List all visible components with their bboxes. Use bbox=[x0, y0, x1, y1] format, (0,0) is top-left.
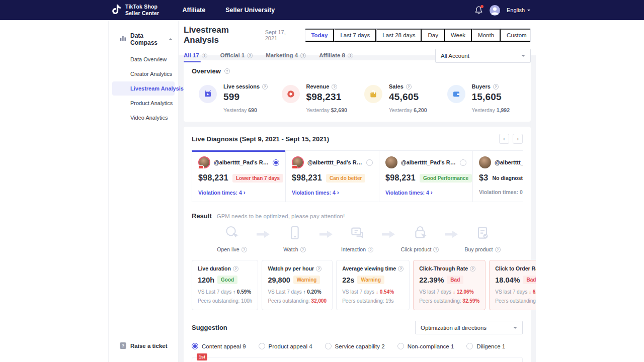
kpi-buyers: Buyers 15,605 Yesterday 1,992 bbox=[440, 83, 523, 113]
page-title: Livestream Analysis bbox=[184, 25, 265, 45]
watch-icon bbox=[287, 225, 303, 243]
sales-icon bbox=[364, 85, 382, 103]
chevron-down-icon bbox=[521, 55, 525, 59]
suggestion-card: 1st Host image Persona/dress: Creating a… bbox=[192, 357, 523, 362]
help-icon bbox=[348, 53, 353, 58]
option-service-capability[interactable]: Service capability 2 bbox=[325, 343, 385, 349]
date-range-group: Today Last 7 days Last 28 days Day Week … bbox=[305, 28, 531, 42]
sidebar-item-video-analytics[interactable]: Video Analytics bbox=[112, 111, 175, 125]
bar-chart-icon bbox=[120, 35, 126, 43]
option-diligence[interactable]: Diligence 1 bbox=[466, 343, 505, 349]
metric-average-viewing-time: Average viewing time 22sWarning VS last … bbox=[336, 260, 410, 310]
click-product-icon bbox=[412, 225, 428, 243]
chevron-down-icon bbox=[527, 10, 530, 13]
account-filter-select[interactable]: All Account bbox=[435, 49, 531, 63]
tiktok-note-icon bbox=[112, 4, 121, 17]
suggestion-options: Content appeal 9 Product appeal 4 Servic… bbox=[192, 343, 523, 349]
chevron-up-icon bbox=[169, 37, 172, 40]
rank-badge: 1st bbox=[197, 353, 207, 360]
language-selector[interactable]: English bbox=[507, 7, 530, 13]
violation-times-link[interactable]: Violation times: 4 bbox=[198, 189, 279, 196]
diagnosis-card-2[interactable]: @albertttt_Pad's Revene $98,231 Can do b… bbox=[285, 150, 379, 202]
creator-avatar bbox=[385, 156, 397, 168]
sidebar-item-creator-analytics[interactable]: Creator Analytics bbox=[112, 67, 175, 81]
violation-times-link[interactable]: Violation times: 4 bbox=[292, 189, 373, 196]
range-last-28-days[interactable]: Last 28 days bbox=[376, 29, 422, 42]
diagnosis-radio-2[interactable] bbox=[366, 159, 373, 166]
creator-avatar bbox=[292, 156, 304, 168]
range-week[interactable]: Week bbox=[445, 29, 472, 42]
range-last-7-days[interactable]: Last 7 days bbox=[334, 29, 376, 42]
range-today[interactable]: Today bbox=[305, 29, 334, 42]
diagnosis-card-1[interactable]: @albertttt_Pad's Revenue $98,231 Lower t… bbox=[192, 150, 286, 202]
tiktok-shop-logo[interactable]: TikTok ShopSeller Center bbox=[112, 4, 159, 17]
nav-affiliate[interactable]: Affiliate bbox=[182, 7, 205, 14]
status-badge: Good bbox=[217, 276, 237, 284]
current-date: Sept 17, 2021 bbox=[265, 29, 299, 41]
sidebar-item-data-overview[interactable]: Data Overview bbox=[112, 52, 175, 66]
option-product-appeal[interactable]: Product appeal 4 bbox=[259, 343, 312, 349]
tab-all[interactable]: All 17 bbox=[184, 52, 207, 62]
range-month[interactable]: Month bbox=[472, 29, 501, 42]
diagnosis-card-3[interactable]: @albertttt_Pad's Revenue $98,231 Good Pe… bbox=[379, 150, 473, 202]
funnel-step-buy-product: Buy product bbox=[460, 225, 505, 252]
help-icon bbox=[242, 247, 247, 252]
optimization-filter-select[interactable]: Optimization all directions bbox=[415, 321, 523, 334]
live-diagnosis-section: Live Diagnosis (Sept 9, 2021 - Sept 15, … bbox=[184, 127, 531, 362]
sidebar-item-livestream-analysis[interactable]: Livestream Analysis bbox=[112, 81, 175, 96]
help-icon bbox=[398, 266, 404, 272]
diagnosis-radio-3[interactable] bbox=[460, 159, 466, 166]
metric-cards: Live duration 120hGood VS Last 7 days ↑ … bbox=[192, 260, 523, 310]
help-icon bbox=[224, 68, 230, 74]
raise-a-ticket[interactable]: Raise a ticket bbox=[120, 342, 168, 349]
funnel-step-watch: Watch bbox=[273, 225, 317, 252]
range-custom[interactable]: Custom bbox=[501, 29, 531, 42]
logo-text: TikTok ShopSeller Center bbox=[125, 4, 159, 17]
notification-bell-icon[interactable] bbox=[474, 6, 483, 15]
overview-section: Overview Live sessions 599 Yesterday 690 bbox=[184, 60, 531, 122]
radio-icon bbox=[466, 343, 473, 349]
sidebar-item-product-analytics[interactable]: Product Analytics bbox=[112, 96, 175, 110]
main-content: Livestream Analysis Sept 17, 2021 Today … bbox=[179, 20, 536, 362]
metric-click-through-rate: Click-Through Rate 22.39%Bad VS last 7 d… bbox=[413, 260, 486, 310]
option-content-appeal[interactable]: Content appeal 9 bbox=[192, 343, 246, 349]
range-day[interactable]: Day bbox=[422, 29, 444, 42]
tab-official[interactable]: Official 1 bbox=[220, 52, 253, 62]
diagnosis-radio-1[interactable] bbox=[273, 159, 279, 166]
diagnosis-cards: @albertttt_Pad's Revenue $98,231 Lower t… bbox=[192, 150, 523, 202]
help-icon bbox=[316, 266, 321, 272]
raise-a-ticket-label: Raise a ticket bbox=[130, 343, 168, 349]
diagnosis-card-4[interactable]: @albertttt_Pad' $3 No diagnostic con Vio… bbox=[472, 150, 523, 202]
violation-times-label: Violation times: 0 bbox=[479, 189, 523, 195]
option-non-compliance[interactable]: Non-compliance 1 bbox=[397, 343, 454, 349]
violation-times-link[interactable]: Violation times: 4 bbox=[385, 189, 466, 196]
help-icon bbox=[262, 84, 268, 89]
diagnosis-title: Live Diagnosis (Sept 9, 2021 - Sept 15, … bbox=[192, 135, 329, 143]
open-live-icon bbox=[224, 225, 240, 243]
conversion-funnel: Open live Watch Interaction Click produc… bbox=[192, 225, 523, 252]
diagnosis-next-button[interactable] bbox=[513, 134, 523, 144]
sidebar-section-data-compass[interactable]: Data Compass bbox=[109, 32, 178, 46]
tab-affiliate[interactable]: Affiliate 8 bbox=[319, 52, 353, 62]
kpi-yesterday: Yesterday $2,690 bbox=[306, 107, 347, 113]
help-ticket-icon bbox=[120, 342, 126, 349]
status-badge: Can do better bbox=[326, 174, 365, 183]
help-icon bbox=[332, 84, 337, 89]
result-message: GPM needs to be optimized, please pay at… bbox=[217, 213, 345, 219]
status-badge: Lower than 7 days bbox=[232, 174, 283, 183]
kpi-sales: Sales 45,605 Yesterday 6,200 bbox=[357, 83, 440, 113]
help-icon bbox=[368, 247, 373, 252]
live-sessions-icon bbox=[199, 85, 217, 103]
diagnosis-prev-button[interactable] bbox=[499, 134, 509, 144]
kpi-revenue: Revenue $98,231 Yesterday $2,690 bbox=[275, 83, 358, 113]
user-avatar[interactable] bbox=[490, 5, 500, 16]
right-margin bbox=[536, 20, 644, 362]
live-badge bbox=[292, 165, 297, 169]
overview-title: Overview bbox=[192, 67, 221, 75]
sidebar-section-label: Data Compass bbox=[130, 32, 165, 46]
nav-seller-university[interactable]: Seller University bbox=[225, 7, 275, 14]
tab-marketing[interactable]: Marketing 4 bbox=[266, 52, 306, 62]
help-icon bbox=[495, 247, 501, 252]
kpi-value: $98,231 bbox=[306, 92, 347, 103]
help-icon bbox=[300, 53, 306, 58]
